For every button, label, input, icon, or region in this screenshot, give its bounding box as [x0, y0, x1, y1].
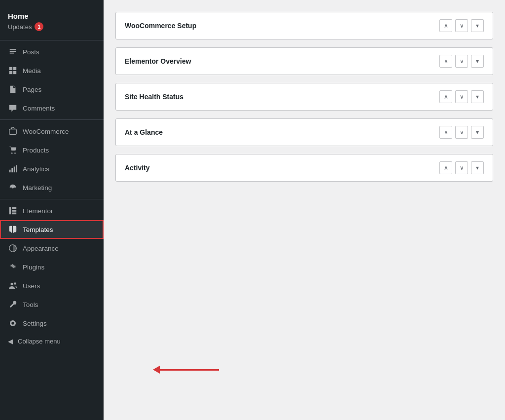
widget-site-health-status-header[interactable]: Site Health Status ∧ ∨ ▾ [116, 83, 493, 110]
add-new-arrow-annotation [153, 366, 219, 374]
sidebar: Home Updates 1 Posts Media Pages Comment… [0, 0, 104, 420]
svg-rect-14 [12, 210, 16, 212]
sidebar-item-media-label: Media [23, 67, 41, 75]
comments-icon [8, 103, 18, 113]
svg-rect-13 [12, 207, 16, 209]
widget-at-a-glance-header[interactable]: At a Glance ∧ ∨ ▾ [116, 119, 493, 146]
widget-elementor-overview: Elementor Overview ∧ ∨ ▾ [115, 47, 493, 75]
sidebar-item-comments-label: Comments [23, 105, 55, 112]
widget-site-health-status-down[interactable]: ∨ [455, 90, 468, 103]
widget-activity-header[interactable]: Activity ∧ ∨ ▾ [116, 154, 493, 181]
sidebar-item-elementor[interactable]: Elementor [0, 201, 104, 220]
widget-at-a-glance-up[interactable]: ∧ [439, 126, 452, 139]
svg-rect-1 [13, 67, 16, 70]
widget-woocommerce-setup-down[interactable]: ∨ [455, 19, 468, 32]
widget-site-health-status-menu[interactable]: ▾ [471, 90, 484, 103]
sidebar-item-marketing-label: Marketing [23, 184, 52, 191]
sidebar-item-users-label: Users [23, 282, 40, 290]
sidebar-item-marketing[interactable]: Marketing [0, 178, 104, 197]
widget-elementor-overview-title: Elementor Overview [125, 57, 191, 65]
templates-icon [8, 225, 18, 234]
widget-site-health-status: Site Health Status ∧ ∨ ▾ [115, 83, 493, 111]
svg-rect-10 [16, 165, 17, 172]
svg-rect-0 [9, 67, 12, 70]
svg-rect-2 [9, 71, 12, 74]
sidebar-item-pages-label: Pages [23, 86, 41, 93]
svg-point-11 [12, 187, 14, 189]
widget-at-a-glance-down[interactable]: ∨ [455, 126, 468, 139]
collapse-label: Collapse menu [18, 338, 61, 345]
sidebar-item-plugins[interactable]: Plugins [0, 258, 104, 276]
sidebar-item-posts[interactable]: Posts [0, 42, 104, 61]
woocommerce-icon [8, 126, 18, 136]
sidebar-divider-2 [0, 119, 104, 120]
marketing-icon [8, 183, 18, 192]
appearance-icon [8, 243, 18, 253]
widget-activity-menu[interactable]: ▾ [471, 161, 484, 174]
svg-point-6 [14, 153, 16, 154]
svg-point-5 [11, 153, 13, 154]
sidebar-item-woocommerce[interactable]: WooCommerce [0, 122, 104, 141]
widget-at-a-glance-controls: ∧ ∨ ▾ [439, 126, 484, 139]
widget-elementor-overview-menu[interactable]: ▾ [471, 55, 484, 68]
sidebar-item-plugins-label: Plugins [23, 264, 44, 271]
widget-woocommerce-setup-up[interactable]: ∧ [439, 19, 452, 32]
svg-rect-9 [14, 167, 15, 173]
posts-icon [8, 47, 18, 57]
sidebar-divider-3 [0, 199, 104, 199]
sidebar-item-templates[interactable]: Templates [0, 220, 104, 239]
sidebar-item-tools-label: Tools [23, 301, 38, 308]
widget-site-health-status-up[interactable]: ∧ [439, 90, 452, 103]
svg-rect-3 [13, 71, 16, 74]
sidebar-item-users[interactable]: Users [0, 276, 104, 295]
widget-activity-down[interactable]: ∨ [455, 161, 468, 174]
sidebar-header: Home Updates 1 [0, 0, 104, 38]
widget-elementor-overview-up[interactable]: ∧ [439, 55, 452, 68]
sidebar-item-elementor-label: Elementor [23, 207, 53, 215]
sidebar-item-media[interactable]: Media [0, 61, 104, 80]
sidebar-item-tools[interactable]: Tools [0, 295, 104, 314]
svg-rect-12 [9, 207, 11, 214]
plugins-icon [8, 262, 18, 272]
tools-icon [8, 300, 18, 309]
sidebar-item-comments[interactable]: Comments [0, 99, 104, 117]
svg-point-17 [11, 283, 13, 285]
sidebar-item-products-label: Products [23, 147, 49, 154]
sidebar-item-settings-label: Settings [23, 320, 47, 327]
svg-rect-7 [9, 170, 11, 172]
widget-woocommerce-setup: WooCommerce Setup ∧ ∨ ▾ [115, 12, 493, 39]
main-content: WooCommerce Setup ∧ ∨ ▾ Elementor Overvi… [104, 0, 505, 420]
sidebar-item-analytics[interactable]: Analytics [0, 159, 104, 178]
sidebar-item-products[interactable]: Products [0, 141, 104, 159]
widget-elementor-overview-header[interactable]: Elementor Overview ∧ ∨ ▾ [116, 48, 493, 75]
sidebar-item-appearance-label: Appearance [23, 245, 59, 252]
widget-woocommerce-setup-header[interactable]: WooCommerce Setup ∧ ∨ ▾ [116, 12, 493, 39]
updates-badge: 1 [35, 22, 43, 31]
updates-label: Updates [8, 23, 32, 31]
widget-site-health-status-title: Site Health Status [125, 93, 183, 101]
svg-rect-15 [12, 213, 16, 215]
settings-icon [8, 318, 18, 328]
svg-rect-4 [9, 129, 16, 135]
media-icon [8, 66, 18, 76]
widget-activity: Activity ∧ ∨ ▾ [115, 154, 493, 182]
svg-point-18 [14, 282, 16, 285]
sidebar-item-settings[interactable]: Settings [0, 314, 104, 333]
sidebar-item-appearance[interactable]: Appearance [0, 239, 104, 258]
widget-activity-controls: ∧ ∨ ▾ [439, 161, 484, 174]
sidebar-divider [0, 40, 104, 40]
widget-woocommerce-setup-menu[interactable]: ▾ [471, 19, 484, 32]
collapse-menu[interactable]: ◀ Collapse menu [0, 333, 104, 350]
widget-at-a-glance: At a Glance ∧ ∨ ▾ [115, 118, 493, 146]
widget-elementor-overview-down[interactable]: ∨ [455, 55, 468, 68]
sidebar-item-pages[interactable]: Pages [0, 80, 104, 99]
widget-elementor-overview-controls: ∧ ∨ ▾ [439, 55, 484, 68]
sidebar-item-templates-label: Templates [23, 226, 53, 233]
home-label[interactable]: Home [8, 8, 96, 21]
updates-item[interactable]: Updates 1 [8, 21, 96, 36]
widget-woocommerce-setup-title: WooCommerce Setup [125, 22, 196, 30]
arrow-line [160, 369, 219, 371]
widget-activity-up[interactable]: ∧ [439, 161, 452, 174]
widget-at-a-glance-title: At a Glance [125, 128, 163, 136]
widget-at-a-glance-menu[interactable]: ▾ [471, 126, 484, 139]
